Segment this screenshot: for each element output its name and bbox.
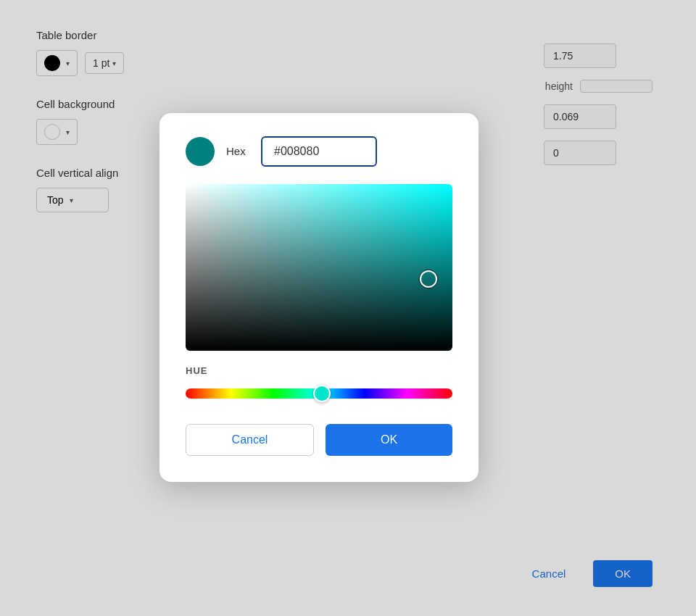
dialog-header: Hex xyxy=(186,136,452,167)
hex-input[interactable] xyxy=(261,136,377,167)
dialog-actions: Cancel OK xyxy=(186,424,452,456)
hue-thumb xyxy=(313,385,331,402)
gradient-dark xyxy=(186,184,452,351)
hue-label: HUE xyxy=(186,365,452,376)
dialog-cancel-button[interactable]: Cancel xyxy=(186,424,314,456)
hue-slider[interactable] xyxy=(186,383,452,404)
dialog-overlay: Hex HUE Cancel OK xyxy=(0,0,696,616)
color-preview-circle xyxy=(186,137,215,166)
color-picker-area[interactable] xyxy=(186,184,452,351)
hex-label: Hex xyxy=(226,145,249,157)
dialog-ok-button[interactable]: OK xyxy=(326,424,452,456)
color-picker-dialog: Hex HUE Cancel OK xyxy=(160,113,478,482)
